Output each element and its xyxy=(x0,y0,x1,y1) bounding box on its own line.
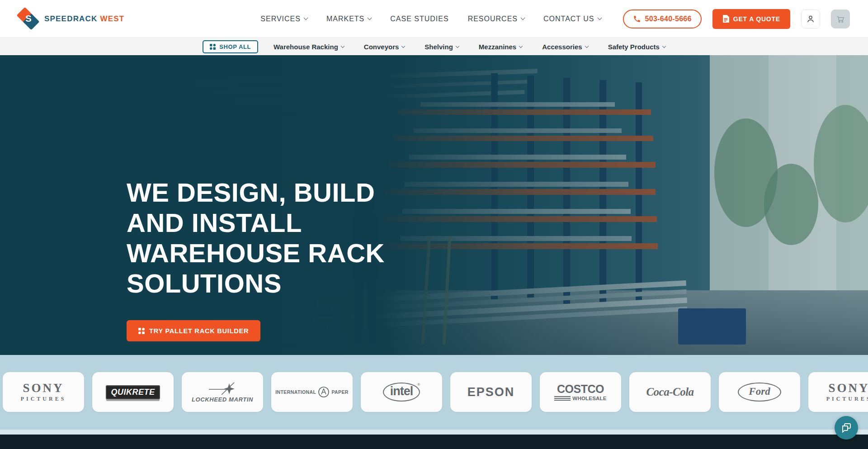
cart-icon xyxy=(835,14,845,24)
brand-card-sony-pictures[interactable]: SONY PICTURES xyxy=(3,372,84,412)
pallet-rack-builder-button[interactable]: TRY PALLET RACK BUILDER xyxy=(127,320,260,341)
grid-icon xyxy=(138,328,145,334)
account-button[interactable] xyxy=(801,9,820,28)
grid-icon xyxy=(210,44,216,50)
brand-logo-text: SPEEDRACK WEST xyxy=(44,14,124,24)
ford-logo: Ford xyxy=(738,383,781,402)
chat-icon xyxy=(840,422,852,434)
chevron-down-icon xyxy=(519,44,523,48)
chevron-down-icon xyxy=(456,44,459,48)
phone-icon xyxy=(633,15,641,23)
quikrete-logo: QUIKRETE xyxy=(106,385,160,399)
main-nav: SERVICES MARKETS CASE STUDIES RESOURCES … xyxy=(260,15,601,23)
chevron-down-icon xyxy=(662,44,666,48)
intel-logo: intel ® xyxy=(383,383,420,402)
chevron-down-icon xyxy=(341,44,344,48)
hero-content: WE DESIGN, BUILD AND INSTALL WAREHOUSE R… xyxy=(127,177,385,341)
user-icon xyxy=(806,14,816,24)
chevron-down-icon xyxy=(585,44,588,48)
chevron-down-icon xyxy=(303,16,308,20)
nav-item-contact-us[interactable]: CONTACT US xyxy=(543,15,601,23)
international-paper-logo: INTERNATIONAL PAPER xyxy=(275,386,349,398)
chevron-down-icon xyxy=(401,44,405,48)
brand-card-epson[interactable]: EPSON xyxy=(450,372,532,412)
nav-item-services[interactable]: SERVICES xyxy=(260,15,307,23)
shop-item-warehouse-racking[interactable]: Warehouse Racking xyxy=(274,43,344,51)
nav-item-case-studies[interactable]: CASE STUDIES xyxy=(390,15,448,23)
cart-button[interactable] xyxy=(831,9,850,28)
shop-item-shelving[interactable]: Shelving xyxy=(425,43,459,51)
shop-item-conveyors[interactable]: Conveyors xyxy=(364,43,405,51)
brand-card-sony-pictures-2[interactable]: SONY PICTURES xyxy=(808,372,868,412)
brand-card-costco[interactable]: COSTCO WHOLESALE xyxy=(540,372,621,412)
chevron-down-icon xyxy=(597,16,602,20)
brand-logo-icon: S xyxy=(18,9,39,29)
nav-item-markets[interactable]: MARKETS xyxy=(326,15,371,23)
brand-logo[interactable]: S SPEEDRACK WEST xyxy=(18,9,124,29)
costco-lines-icon xyxy=(554,396,571,401)
brand-card-lockheed-martin[interactable]: LOCKHEED MARTIN xyxy=(182,372,263,412)
costco-wholesale-logo: WHOLESALE xyxy=(554,396,606,401)
chevron-down-icon xyxy=(521,16,525,20)
chevron-down-icon xyxy=(368,16,372,20)
header-actions: 503-640-5666 GET A QUOTE xyxy=(623,9,850,29)
shop-item-accessories[interactable]: Accessories xyxy=(542,43,588,51)
brand-card-international-paper[interactable]: INTERNATIONAL PAPER xyxy=(271,372,353,412)
shop-category-bar: SHOP ALL Warehouse Racking Conveyors She… xyxy=(0,38,868,55)
chat-launcher-button[interactable] xyxy=(835,416,858,440)
brand-card-quikrete[interactable]: QUIKRETE xyxy=(92,372,174,412)
hero-section: WE DESIGN, BUILD AND INSTALL WAREHOUSE R… xyxy=(0,55,868,355)
brand-logo-strip: SONY PICTURES QUIKRETE LOCKHEED MARTIN I… xyxy=(0,355,868,430)
hero-title: WE DESIGN, BUILD AND INSTALL WAREHOUSE R… xyxy=(127,177,385,298)
top-header: S SPEEDRACK WEST SERVICES MARKETS CASE S… xyxy=(0,0,868,38)
shop-all-button[interactable]: SHOP ALL xyxy=(203,40,258,53)
shop-item-safety-products[interactable]: Safety Products xyxy=(608,43,665,51)
document-icon xyxy=(722,15,729,23)
brand-card-ford[interactable]: Ford xyxy=(719,372,800,412)
shop-item-mezzanines[interactable]: Mezzanines xyxy=(479,43,522,51)
nav-item-resources[interactable]: RESOURCES xyxy=(468,15,524,23)
brand-card-intel[interactable]: intel ® xyxy=(361,372,442,412)
dark-section-strip xyxy=(0,435,868,449)
get-a-quote-button[interactable]: GET A QUOTE xyxy=(712,9,790,29)
phone-button[interactable]: 503-640-5666 xyxy=(623,9,702,28)
international-paper-tree-icon xyxy=(318,386,330,398)
next-section-top xyxy=(0,430,868,435)
lockheed-star-icon xyxy=(208,382,237,395)
brand-card-coca-cola[interactable]: Coca-Cola xyxy=(629,372,711,412)
